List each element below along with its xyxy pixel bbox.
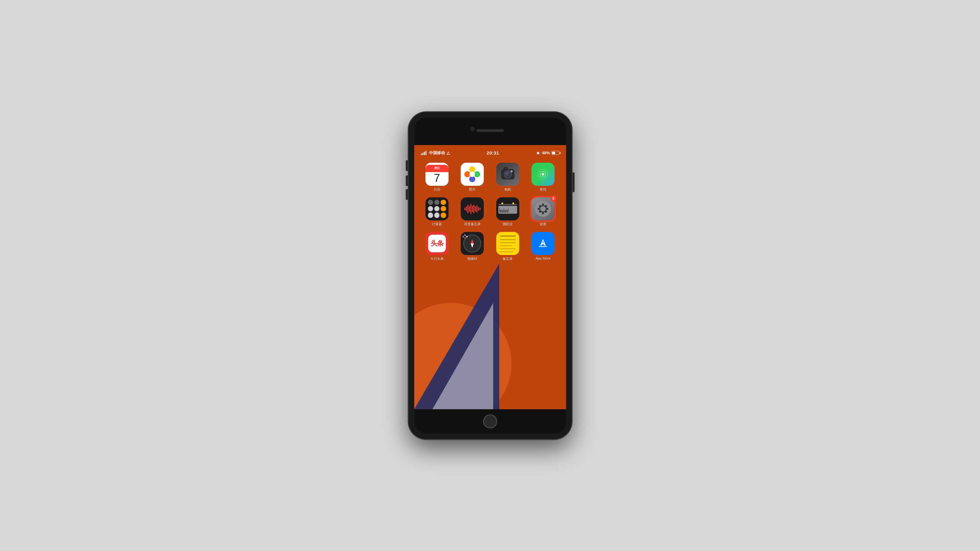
app-item-notes[interactable]: 备忘录 [492, 232, 524, 261]
calculator-app-label: 计算器 [432, 222, 442, 227]
photos-app-label: 照片 [469, 187, 476, 192]
app-item-calendar[interactable]: 周日 7 日历 [421, 163, 453, 192]
speaker-grille [476, 129, 504, 132]
calendar-icon: 周日 7 [425, 163, 449, 186]
calculator-icon [425, 197, 449, 221]
alarm-icon: ⏰ [536, 151, 540, 155]
bottom-bezel [414, 409, 566, 433]
photos-icon [461, 163, 484, 186]
measure-icon [496, 197, 519, 221]
app-item-find[interactable]: 查找 [527, 163, 559, 192]
battery-icon [552, 151, 559, 155]
toutiao-icon: 头条 [425, 232, 449, 255]
phone-device: 中国移动 △ 20:31 ⏰ 48% [408, 112, 572, 440]
app-item-voice-memo[interactable]: 语音备忘录 [456, 197, 488, 227]
calendar-day-label: 周日 [425, 165, 449, 172]
calendar-date: 7 [434, 172, 440, 184]
compass-app-label: 指南针 [468, 257, 477, 261]
phone-screen-wrapper: 中国移动 △ 20:31 ⏰ 48% [414, 118, 566, 433]
appstore-app-label: App Store [536, 257, 550, 260]
app-item-appstore[interactable]: App Store [527, 232, 559, 261]
notes-app-label: 备忘录 [503, 257, 512, 261]
camera-app-label: 相机 [504, 187, 511, 192]
notes-icon [496, 232, 519, 255]
svg-point-0 [542, 173, 544, 175]
app-item-calculator[interactable]: 计算器 [421, 197, 453, 227]
app-item-settings[interactable]: 3 [527, 197, 559, 227]
app-item-compass[interactable]: N S E W 指南针 [456, 232, 488, 261]
measure-app-label: 测距仪 [503, 222, 512, 227]
compass-icon: N S E W [461, 232, 484, 255]
top-bezel [414, 118, 566, 145]
screen: 中国移动 △ 20:31 ⏰ 48% [414, 145, 566, 409]
find-icon [531, 163, 555, 186]
settings-badge: 3 [550, 195, 557, 202]
home-button[interactable] [484, 415, 497, 428]
battery-percent: 48% [542, 151, 550, 155]
settings-app-label: 设置 [540, 222, 546, 227]
wifi-icon: △ [447, 151, 450, 155]
app-grid: 周日 7 日历 [414, 159, 566, 264]
app-item-camera[interactable]: 相机 [492, 163, 524, 192]
app-item-measure[interactable]: 测距仪 [492, 197, 524, 227]
find-app-label: 查找 [540, 187, 546, 192]
carrier-label: 中国移动 [429, 150, 445, 156]
status-left: 中国移动 △ [421, 150, 450, 156]
app-item-toutiao[interactable]: 头条 今日头条 [421, 232, 453, 261]
front-camera-icon [471, 127, 475, 131]
appstore-icon [531, 232, 555, 255]
signal-bars-icon [421, 151, 426, 155]
toutiao-app-label: 今日头条 [430, 257, 444, 261]
status-right: ⏰ 48% [536, 151, 559, 155]
voice-memo-icon [461, 197, 484, 221]
voice-memo-app-label: 语音备忘录 [464, 222, 481, 227]
calendar-app-label: 日历 [434, 187, 440, 192]
settings-icon: 3 [531, 197, 555, 221]
camera-icon [496, 163, 519, 186]
app-item-photos[interactable]: 照片 [456, 163, 488, 192]
status-time: 20:31 [487, 150, 499, 156]
status-bar: 中国移动 △ 20:31 ⏰ 48% [414, 145, 566, 159]
